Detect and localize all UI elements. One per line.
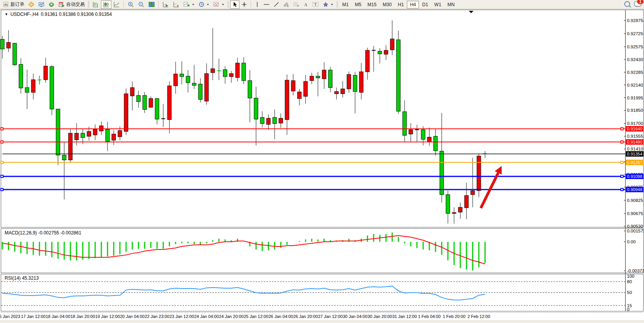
chevron-down-icon: ▼ (331, 3, 333, 6)
text-tool-button[interactable]: A (301, 0, 310, 9)
horizontal-line-tool-button[interactable] (261, 0, 272, 9)
navigator-icon (48, 2, 55, 7)
svg-text:50: 50 (627, 290, 632, 295)
zoom-in-button[interactable] (126, 0, 136, 9)
svg-text:0.00: 0.00 (627, 239, 635, 244)
chart-ohlc-values: 0.91361 0.91386 0.91306 0.91354 (41, 12, 112, 17)
toolbar-gripper (88, 1, 89, 8)
auto-trading-button[interactable]: 自动交易 (56, 0, 87, 9)
svg-text:0.92285: 0.92285 (627, 70, 643, 75)
svg-text:0.90530: 0.90530 (627, 224, 643, 229)
svg-text:A: A (304, 2, 307, 7)
channel-tool-button[interactable]: E (281, 0, 291, 9)
text-label-tool-button[interactable]: T (310, 0, 321, 9)
indicators-button[interactable]: ▼ (181, 0, 196, 9)
timeframe-d1-button[interactable]: D1 (419, 1, 431, 9)
svg-text:0.92140: 0.92140 (627, 83, 643, 87)
new-order-button[interactable]: 新订单 (1, 0, 26, 9)
fibonacci-tool-button[interactable]: F (291, 0, 301, 9)
svg-text:20 Jan 04:00: 20 Jan 04:00 (120, 314, 145, 319)
svg-text:1 Feb 04:00: 1 Feb 04:00 (418, 314, 441, 319)
auto-scroll-icon (162, 2, 169, 8)
timeframe-m15-button[interactable]: M15 (364, 1, 379, 9)
svg-text:0.001573: 0.001573 (627, 229, 644, 233)
templates-button[interactable]: ▼ (211, 0, 226, 9)
svg-text:0.91098: 0.91098 (627, 174, 642, 179)
channel-icon: E (283, 2, 289, 7)
chat-icon[interactable]: 1 (634, 1, 642, 7)
timeframe-h1-button[interactable]: H1 (395, 1, 407, 9)
svg-text:0.90825: 0.90825 (627, 198, 643, 203)
svg-text:1 Feb 20:00: 1 Feb 20:00 (443, 314, 466, 319)
chart-type-candles-button[interactable] (101, 0, 111, 9)
price-label-0.91098: 0.91098 (626, 174, 644, 179)
search-icon[interactable] (624, 1, 630, 7)
auto-scroll-button[interactable] (161, 0, 171, 9)
svg-text:0.91257: 0.91257 (627, 160, 642, 165)
arrows-icon (323, 2, 329, 7)
chart-shift-button[interactable] (171, 0, 181, 9)
svg-text:100: 100 (627, 274, 634, 279)
navigator-button[interactable] (46, 0, 56, 9)
crosshair-tool-button[interactable] (239, 0, 249, 9)
timeframe-mn-button[interactable]: MN (444, 1, 458, 9)
svg-text:25 Jan 12:00: 25 Jan 12:00 (244, 314, 268, 319)
chart-title: ▼ USDCHF-,H4 0.91361 0.91386 0.91306 0.9… (5, 12, 112, 17)
svg-text:0.92575: 0.92575 (627, 44, 643, 49)
cursor-icon (232, 2, 237, 7)
toolbar-gripper (227, 1, 229, 8)
new-order-label: 新订单 (10, 1, 24, 8)
rsi-indicator-label: RSI(14) 45.3213 (5, 275, 39, 281)
svg-text:0: 0 (627, 307, 629, 312)
zoom-out-icon (138, 2, 145, 8)
price-label-0.91640: 0.91640 (626, 126, 644, 132)
price-label-0.91354: 0.91354 (626, 151, 644, 157)
svg-text:0.91354: 0.91354 (627, 152, 642, 156)
chart-bars-icon (92, 2, 99, 8)
chart-symbol-period: USDCHF-,H4 (10, 12, 39, 17)
svg-text:0.91995: 0.91995 (627, 96, 643, 100)
svg-text:30 Jan 04:00: 30 Jan 04:00 (343, 314, 367, 319)
chart-canvas[interactable]: 0.928750.927250.925750.924300.922850.921… (0, 0, 644, 323)
svg-text:80: 80 (627, 279, 632, 284)
svg-text:0.91850: 0.91850 (627, 108, 643, 113)
cursor-tool-button[interactable] (230, 0, 239, 9)
svg-text:18 Jan 20:00: 18 Jan 20:00 (70, 314, 95, 319)
timeframe-m1-button[interactable]: M1 (339, 1, 352, 9)
vertical-line-tool-button[interactable] (253, 0, 261, 9)
arrows-tool-button[interactable]: ▼ (321, 0, 335, 9)
new-chart-icon (28, 2, 34, 7)
chart-type-bars-button[interactable] (91, 0, 101, 9)
svg-text:24 Jan 20:00: 24 Jan 20:00 (219, 314, 244, 319)
symbol-dropdown-icon[interactable]: ▼ (5, 12, 8, 16)
market-watch-button[interactable] (36, 0, 46, 9)
top-toolbar: 新订单 自动交易 ▼ ▼ (0, 0, 644, 9)
svg-text:19 Jan 12:00: 19 Jan 12:00 (95, 314, 120, 319)
tile-windows-button[interactable] (147, 0, 157, 9)
svg-text:E: E (287, 5, 289, 7)
text-icon: A (303, 2, 308, 7)
market-watch-icon (38, 2, 44, 7)
svg-text:0.91490: 0.91490 (627, 140, 642, 144)
timeframe-m5-button[interactable]: M5 (352, 1, 364, 9)
auto-trading-icon (58, 2, 65, 7)
zoom-out-button[interactable] (136, 0, 147, 9)
timeframe-w1-button[interactable]: W1 (431, 1, 444, 9)
svg-text:30 Jan 20:00: 30 Jan 20:00 (367, 314, 392, 319)
tile-windows-icon (149, 2, 155, 7)
time-axis[interactable]: 16 Jan 202317 Jan 12:0018 Jan 04:0018 Ja… (0, 314, 490, 319)
svg-text:16 Jan 2023: 16 Jan 2023 (0, 314, 20, 319)
chevron-down-icon: ▼ (192, 3, 195, 6)
svg-text:0.90948: 0.90948 (627, 187, 642, 192)
svg-text:0.91555: 0.91555 (627, 134, 643, 138)
text-label-icon: T (312, 2, 319, 7)
new-chart-button[interactable] (26, 0, 36, 9)
chart-type-line-button[interactable] (111, 0, 122, 9)
svg-text:2 Feb 12:00: 2 Feb 12:00 (468, 314, 490, 319)
timeframe-h4-button[interactable]: H4 (407, 1, 419, 9)
periods-button[interactable]: ▼ (196, 0, 211, 9)
timeframe-m30-button[interactable]: M30 (379, 1, 395, 9)
trendline-tool-button[interactable] (272, 0, 281, 9)
svg-text:31 Jan 12:00: 31 Jan 12:00 (392, 314, 417, 319)
mt4-terminal: { "toolbar": { "new_order": "新订单", "auto… (0, 0, 644, 323)
